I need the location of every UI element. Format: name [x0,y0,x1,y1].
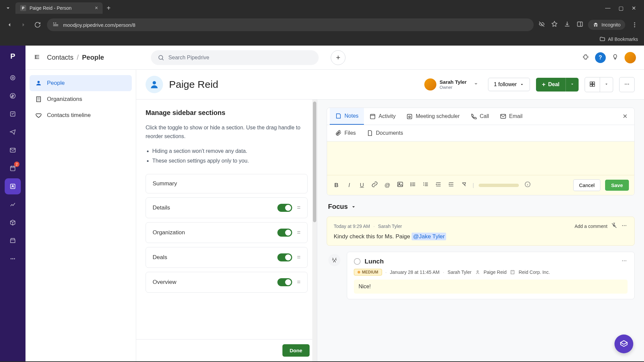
tips-icon[interactable] [612,54,619,62]
note-more-icon[interactable] [621,222,628,230]
sidenav-item-organizations[interactable]: Organizations [30,91,132,107]
composer-close-icon[interactable]: ✕ [619,108,632,125]
rail-item-insights[interactable] [5,196,21,213]
pipedrive-logo[interactable]: P [5,49,20,64]
rail-item-leads[interactable] [5,70,21,86]
rail-item-projects[interactable] [5,106,21,122]
site-settings-icon[interactable] [52,21,59,29]
clear-format-button[interactable] [460,181,468,189]
tab-close-icon[interactable]: × [95,5,98,11]
composer-tab-meeting[interactable]: Meeting scheduler [401,108,465,124]
bookmarks-bar: All Bookmarks [0,34,644,46]
forward-button[interactable] [19,20,28,29]
number-list-button[interactable] [422,181,430,189]
image-button[interactable] [396,181,404,189]
activity-title[interactable]: Lunch [365,258,384,265]
composer-tab-email[interactable]: Email [494,108,528,124]
bold-button[interactable]: B [332,182,340,189]
reload-button[interactable] [33,20,42,29]
composer-tab-documents[interactable]: Documents [361,125,409,141]
info-icon[interactable] [524,181,532,189]
back-button[interactable] [5,20,14,29]
breadcrumb-root[interactable]: Contacts [47,54,73,61]
owner-avatar[interactable] [424,78,436,90]
help-button[interactable]: ? [595,52,606,63]
all-bookmarks-button[interactable]: All Bookmarks [599,36,638,42]
drag-handle-icon[interactable]: = [297,204,301,211]
composer-tab-activity[interactable]: Activity [364,108,401,124]
window-maximize-icon[interactable]: ▢ [619,5,624,11]
section-toggle[interactable] [277,204,292,212]
scrollbar-track[interactable] [312,100,317,361]
pin-icon[interactable] [611,222,618,230]
done-button[interactable]: Done [282,344,310,357]
rail-item-more[interactable] [5,251,21,267]
user-avatar[interactable] [625,52,636,63]
layout-grid-button[interactable] [585,77,600,92]
drag-handle-icon[interactable]: = [297,279,301,286]
activity-org[interactable]: Reid Corp. Inc. [519,269,550,275]
section-toggle[interactable] [277,278,292,286]
sidenav-item-timeline[interactable]: Contacts timeline [30,107,132,123]
note-textarea[interactable] [327,141,634,175]
activity-person[interactable]: Paige Reid [484,269,507,275]
rail-item-marketplace[interactable] [5,233,21,249]
add-deal-dropdown[interactable] [566,78,579,92]
followers-button[interactable]: 1 follower [488,78,530,91]
italic-button[interactable]: I [345,182,353,189]
rail-item-mail[interactable] [5,142,21,158]
layout-dropdown[interactable] [600,77,613,92]
composer-tab-files[interactable]: Files [330,125,361,141]
rail-item-deals[interactable] [5,88,21,104]
add-comment-button[interactable]: Add a comment [575,224,607,229]
window-close-icon[interactable]: ✕ [632,5,636,11]
mention-button[interactable]: @ [383,182,391,189]
focus-dropdown[interactable]: Focus [328,203,633,210]
extensions-icon[interactable] [582,54,589,62]
help-fab[interactable] [614,335,633,353]
side-panel-icon[interactable] [577,21,583,29]
new-tab-button[interactable]: + [107,4,111,12]
downloads-icon[interactable] [564,21,571,29]
svg-rect-23 [590,84,592,86]
url-input[interactable]: moodjoy.pipedrive.com/person/8 [47,18,534,31]
section-toggle[interactable] [277,229,292,237]
owner-dropdown-icon[interactable] [470,80,482,88]
search-input[interactable]: Search Pipedrive [151,50,319,65]
composer-tab-notes[interactable]: Notes [330,108,364,125]
rail-item-products[interactable] [5,215,21,231]
bullet-list-button[interactable] [409,181,417,189]
cancel-button[interactable]: Cancel [573,179,600,191]
drag-handle-icon[interactable]: = [297,254,301,261]
rail-item-activities[interactable]: 2 [5,160,21,176]
browser-tab[interactable]: P Paige Reid - Person × [15,2,103,14]
rail-item-contacts[interactable] [5,178,21,194]
rail-item-campaigns[interactable] [5,124,21,140]
outdent-button[interactable] [434,181,442,189]
activity-more-icon[interactable] [621,257,628,265]
link-button[interactable] [371,181,379,189]
section-toggle[interactable] [277,253,292,261]
scrollbar-thumb[interactable] [313,102,316,222]
activity-done-checkbox[interactable] [354,258,361,265]
owner-name: Sarah Tyler [440,79,467,85]
indent-button[interactable] [447,181,455,189]
sidenav-item-people[interactable]: People [30,75,132,91]
incognito-indicator[interactable]: Incognito [588,20,625,30]
section-card-details: Details = [146,197,308,218]
svg-rect-24 [593,84,595,86]
bookmark-star-icon[interactable] [551,21,558,29]
save-button[interactable]: Save [605,180,629,191]
collapse-sidebar-icon[interactable] [34,54,40,62]
composer-tab-call[interactable]: Call [465,108,494,124]
more-actions-button[interactable] [619,77,635,92]
drag-handle-icon[interactable]: = [297,229,301,236]
quick-add-button[interactable]: + [331,50,345,65]
window-minimize-icon[interactable]: — [605,5,610,11]
add-deal-button[interactable]: + Deal [536,78,566,92]
underline-button[interactable]: U [358,182,366,189]
tab-list-dropdown[interactable] [3,3,13,13]
note-mention[interactable]: @Jake Tyler [412,233,446,240]
eye-off-icon[interactable] [538,21,545,29]
browser-menu-icon[interactable] [630,20,639,29]
